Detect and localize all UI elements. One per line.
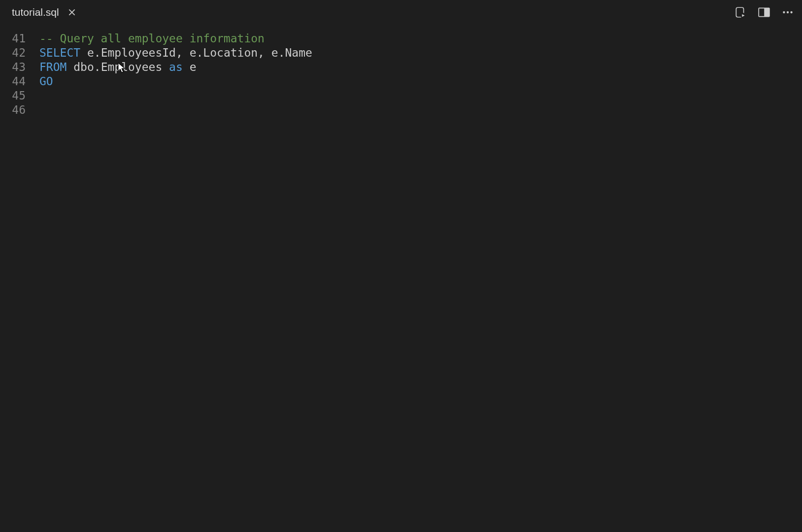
code-token: e xyxy=(183,61,197,73)
more-actions-icon[interactable] xyxy=(781,6,794,19)
svg-point-6 xyxy=(787,11,789,13)
tab-filename: tutorial.sql xyxy=(12,6,59,18)
code-line[interactable] xyxy=(39,89,802,103)
code-token: e.EmployeesId, e.Location, e.Name xyxy=(80,46,312,59)
line-number: 45 xyxy=(0,89,26,103)
code-token: SELECT xyxy=(39,46,80,59)
line-number: 42 xyxy=(0,46,26,60)
code-token: GO xyxy=(39,75,53,88)
svg-rect-4 xyxy=(765,8,769,16)
code-line[interactable]: GO xyxy=(39,74,802,89)
editor-tab[interactable]: tutorial.sql xyxy=(2,0,83,25)
tab-bar: tutorial.sql xyxy=(0,0,802,25)
line-number: 41 xyxy=(0,32,26,46)
tab-group: tutorial.sql xyxy=(2,0,734,25)
code-token: FROM xyxy=(39,61,67,73)
svg-point-7 xyxy=(790,11,792,13)
close-icon[interactable] xyxy=(66,6,78,18)
line-number: 46 xyxy=(0,103,26,117)
line-number: 44 xyxy=(0,74,26,89)
code-line[interactable]: FROM dbo.Employees as e xyxy=(39,60,802,74)
split-editor-icon[interactable] xyxy=(758,6,770,19)
code-content[interactable]: -- Query all employee informationSELECT … xyxy=(39,32,802,117)
code-token: as xyxy=(169,61,183,73)
editor-actions xyxy=(734,6,800,19)
code-token: dbo.Employees xyxy=(67,61,169,73)
code-line[interactable]: SELECT e.EmployeesId, e.Location, e.Name xyxy=(39,46,802,60)
run-query-icon[interactable] xyxy=(734,6,747,19)
editor-area[interactable]: 414243444546 -- Query all employee infor… xyxy=(0,25,802,117)
code-line[interactable] xyxy=(39,103,802,117)
line-number: 43 xyxy=(0,60,26,74)
line-number-gutter: 414243444546 xyxy=(0,32,39,117)
code-token: -- Query all employee information xyxy=(39,32,265,45)
code-line[interactable]: -- Query all employee information xyxy=(39,32,802,46)
svg-point-5 xyxy=(783,11,785,13)
